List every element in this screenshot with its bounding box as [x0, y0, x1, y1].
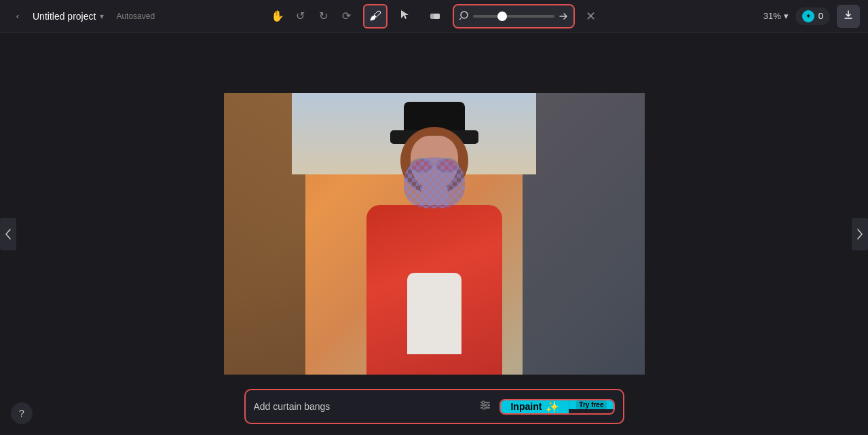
bg-building-right	[523, 93, 645, 375]
back-button[interactable]: ‹	[8, 7, 27, 26]
download-icon	[843, 10, 854, 23]
project-title-text: Untitled project	[33, 11, 96, 22]
try-free-section[interactable]: Try free	[569, 400, 613, 409]
brush-size-control	[453, 4, 575, 29]
toolbar-close-button[interactable]: ✕	[580, 5, 602, 27]
inpaint-button-group: Inpaint ✨ Try free	[499, 399, 614, 415]
zoom-value: 31%	[763, 11, 781, 21]
bottom-prompt-bar: Inpaint ✨ Try free	[244, 389, 624, 424]
hand-tool-button[interactable]: ✋	[267, 5, 288, 27]
svg-rect-1	[434, 14, 440, 19]
redo-icon: ↻	[319, 10, 328, 22]
credits-icon: ✦	[802, 10, 814, 22]
project-title[interactable]: Untitled project ▾	[33, 11, 104, 22]
brush-icon: 🖌	[369, 9, 381, 23]
help-icon: ?	[19, 408, 24, 419]
canvas-wrapper[interactable]	[224, 93, 645, 375]
photo-background	[224, 93, 645, 375]
topbar: ‹ Untitled project ▾ Autosaved ✋ ↺ ↻ ⟳ 🖌	[0, 0, 868, 33]
prompt-settings-button[interactable]	[476, 396, 494, 417]
svg-point-2	[461, 12, 468, 18]
redo-button[interactable]: ↻	[313, 5, 335, 27]
download-button[interactable]	[837, 5, 860, 28]
select-tool-button[interactable]	[393, 4, 417, 29]
zoom-control[interactable]: 31% ▾	[763, 11, 789, 21]
eraser-icon	[429, 8, 441, 24]
topbar-left: ‹ Untitled project ▾ Autosaved	[8, 7, 155, 26]
svg-point-8	[483, 406, 485, 409]
credits-count: 0	[818, 11, 823, 21]
inpaint-button[interactable]: Inpaint ✨	[501, 400, 569, 413]
select-icon	[399, 8, 411, 24]
main-canvas-area: Inpaint ✨ Try free ?	[0, 33, 868, 435]
woman-figure	[346, 117, 523, 375]
inpaint-label: Inpaint	[510, 401, 542, 412]
svg-point-7	[486, 404, 489, 406]
topbar-center-toolbar: ✋ ↺ ↻ ⟳ 🖌	[267, 4, 602, 29]
erase-tool-button[interactable]	[423, 4, 447, 29]
prev-panel-button[interactable]	[0, 218, 16, 250]
topbar-right: 31% ▾ ✦ 0	[763, 5, 860, 28]
inpaint-icon: ✨	[546, 400, 559, 413]
refresh-button[interactable]: ⟳	[336, 5, 358, 27]
hand-icon: ✋	[271, 10, 284, 22]
refresh-icon: ⟳	[342, 10, 351, 22]
undo-button[interactable]: ↺	[290, 5, 312, 27]
credits-badge: ✦ 0	[795, 7, 830, 25]
next-panel-button[interactable]	[852, 218, 868, 250]
svg-point-6	[482, 401, 485, 404]
project-chevron-icon: ▾	[100, 12, 104, 21]
brush-size-icon	[459, 10, 469, 22]
brush-tool-button[interactable]: 🖌	[363, 4, 388, 29]
shirt	[407, 273, 461, 354]
undo-redo-group: ✋ ↺ ↻ ⟳	[267, 5, 358, 27]
prompt-input[interactable]	[254, 401, 472, 412]
close-icon: ✕	[586, 9, 596, 24]
zoom-chevron-icon: ▾	[784, 11, 789, 21]
brush-size-slider[interactable]	[473, 15, 554, 18]
brush-size-submit-button[interactable]	[559, 12, 568, 21]
mask-overlay	[404, 157, 465, 208]
autosaved-status: Autosaved	[116, 12, 155, 21]
try-free-badge: Try free	[576, 400, 606, 409]
help-button[interactable]: ?	[11, 402, 33, 424]
undo-icon: ↺	[296, 10, 305, 22]
